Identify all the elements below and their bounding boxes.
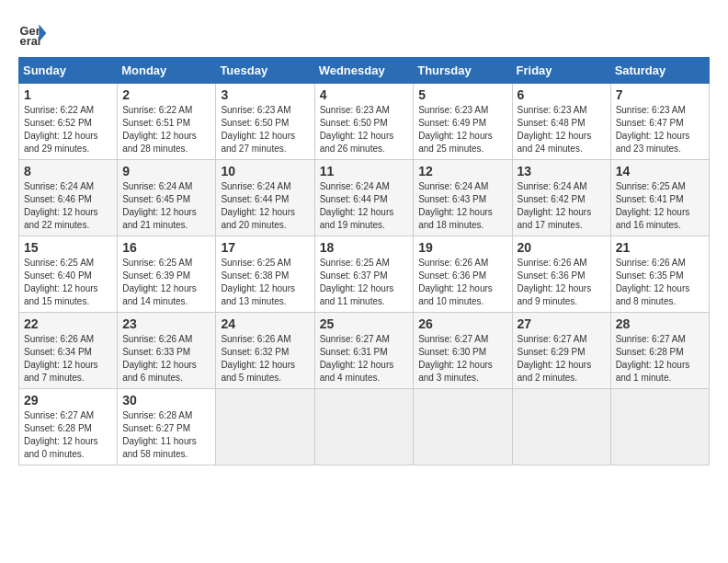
col-header-wednesday: Wednesday [314,58,414,84]
calendar-cell: 17 Sunrise: 6:25 AM Sunset: 6:38 PM Dayl… [216,236,314,313]
calendar-table: SundayMondayTuesdayWednesdayThursdayFrid… [18,57,710,465]
day-number: 26 [418,316,506,331]
day-info: Sunrise: 6:25 AM Sunset: 6:37 PM Dayligh… [320,257,409,308]
day-number: 3 [221,87,309,102]
day-number: 23 [122,316,210,331]
calendar-cell: 7 Sunrise: 6:23 AM Sunset: 6:47 PM Dayli… [610,84,709,160]
day-number: 13 [518,164,606,178]
day-info: Sunrise: 6:24 AM Sunset: 6:44 PM Dayligh… [320,180,409,232]
calendar-cell: 25 Sunrise: 6:27 AM Sunset: 6:31 PM Dayl… [314,313,414,389]
calendar-cell [414,389,512,465]
calendar-cell: 21 Sunrise: 6:26 AM Sunset: 6:35 PM Dayl… [610,236,709,313]
calendar-week-1: 1 Sunrise: 6:22 AM Sunset: 6:52 PM Dayli… [19,84,710,160]
col-header-monday: Monday [118,58,216,84]
calendar-cell: 27 Sunrise: 6:27 AM Sunset: 6:29 PM Dayl… [512,313,610,389]
calendar-cell [314,389,414,465]
calendar-cell: 11 Sunrise: 6:24 AM Sunset: 6:44 PM Dayl… [314,160,414,236]
calendar-cell [216,389,314,465]
day-number: 25 [320,316,409,331]
calendar-cell: 4 Sunrise: 6:23 AM Sunset: 6:50 PM Dayli… [314,84,414,160]
logo: Gen eral [18,18,51,48]
calendar-cell: 3 Sunrise: 6:23 AM Sunset: 6:50 PM Dayli… [216,84,314,160]
calendar-week-2: 8 Sunrise: 6:24 AM Sunset: 6:46 PM Dayli… [19,160,710,236]
day-info: Sunrise: 6:24 AM Sunset: 6:42 PM Dayligh… [518,180,606,232]
calendar-cell: 10 Sunrise: 6:24 AM Sunset: 6:44 PM Dayl… [216,160,314,236]
day-info: Sunrise: 6:25 AM Sunset: 6:40 PM Dayligh… [24,257,112,308]
day-number: 5 [418,87,506,102]
page-header: Gen eral [18,18,710,48]
day-info: Sunrise: 6:23 AM Sunset: 6:50 PM Dayligh… [221,104,309,155]
calendar-week-3: 15 Sunrise: 6:25 AM Sunset: 6:40 PM Dayl… [19,236,710,313]
day-info: Sunrise: 6:28 AM Sunset: 6:27 PM Dayligh… [122,409,210,461]
day-info: Sunrise: 6:24 AM Sunset: 6:46 PM Dayligh… [24,180,112,232]
col-header-friday: Friday [512,58,610,84]
day-info: Sunrise: 6:27 AM Sunset: 6:28 PM Dayligh… [24,409,112,461]
day-number: 12 [418,164,506,178]
day-number: 30 [122,393,210,408]
day-number: 8 [24,164,112,178]
day-number: 6 [518,87,606,102]
col-header-sunday: Sunday [19,58,118,84]
calendar-cell: 5 Sunrise: 6:23 AM Sunset: 6:49 PM Dayli… [414,84,512,160]
calendar-cell: 28 Sunrise: 6:27 AM Sunset: 6:28 PM Dayl… [610,313,709,389]
day-info: Sunrise: 6:23 AM Sunset: 6:47 PM Dayligh… [616,104,704,155]
calendar-cell: 1 Sunrise: 6:22 AM Sunset: 6:52 PM Dayli… [19,84,118,160]
day-number: 4 [320,87,409,102]
col-header-saturday: Saturday [610,58,709,84]
day-info: Sunrise: 6:23 AM Sunset: 6:50 PM Dayligh… [320,104,409,155]
day-info: Sunrise: 6:26 AM Sunset: 6:36 PM Dayligh… [418,257,506,308]
day-number: 29 [24,393,112,408]
calendar-cell [512,389,610,465]
day-number: 2 [122,87,210,102]
day-number: 10 [221,164,309,178]
day-info: Sunrise: 6:23 AM Sunset: 6:49 PM Dayligh… [418,104,506,155]
day-info: Sunrise: 6:27 AM Sunset: 6:28 PM Dayligh… [616,333,704,385]
calendar-week-4: 22 Sunrise: 6:26 AM Sunset: 6:34 PM Dayl… [19,313,710,389]
day-number: 21 [616,240,704,255]
day-info: Sunrise: 6:24 AM Sunset: 6:43 PM Dayligh… [418,180,506,232]
calendar-cell: 15 Sunrise: 6:25 AM Sunset: 6:40 PM Dayl… [19,236,118,313]
day-number: 19 [418,240,506,255]
day-number: 16 [122,240,210,255]
day-number: 24 [221,316,309,331]
calendar-cell: 9 Sunrise: 6:24 AM Sunset: 6:45 PM Dayli… [118,160,216,236]
day-number: 14 [616,164,704,178]
calendar-cell: 6 Sunrise: 6:23 AM Sunset: 6:48 PM Dayli… [512,84,610,160]
calendar-cell: 14 Sunrise: 6:25 AM Sunset: 6:41 PM Dayl… [610,160,709,236]
svg-text:eral: eral [20,34,41,48]
day-number: 28 [616,316,704,331]
logo-icon: Gen eral [18,18,48,48]
calendar-cell: 22 Sunrise: 6:26 AM Sunset: 6:34 PM Dayl… [19,313,118,389]
day-number: 11 [320,164,409,178]
day-info: Sunrise: 6:26 AM Sunset: 6:32 PM Dayligh… [221,333,309,385]
calendar-cell: 16 Sunrise: 6:25 AM Sunset: 6:39 PM Dayl… [118,236,216,313]
calendar-cell: 30 Sunrise: 6:28 AM Sunset: 6:27 PM Dayl… [118,389,216,465]
calendar-cell: 2 Sunrise: 6:22 AM Sunset: 6:51 PM Dayli… [118,84,216,160]
col-header-thursday: Thursday [414,58,512,84]
calendar-cell: 12 Sunrise: 6:24 AM Sunset: 6:43 PM Dayl… [414,160,512,236]
day-number: 20 [518,240,606,255]
day-info: Sunrise: 6:24 AM Sunset: 6:44 PM Dayligh… [221,180,309,232]
calendar-cell: 8 Sunrise: 6:24 AM Sunset: 6:46 PM Dayli… [19,160,118,236]
day-info: Sunrise: 6:25 AM Sunset: 6:41 PM Dayligh… [616,180,704,232]
day-info: Sunrise: 6:26 AM Sunset: 6:35 PM Dayligh… [616,257,704,308]
day-number: 17 [221,240,309,255]
day-info: Sunrise: 6:27 AM Sunset: 6:31 PM Dayligh… [320,333,409,385]
day-info: Sunrise: 6:22 AM Sunset: 6:52 PM Dayligh… [24,104,112,155]
calendar-cell: 20 Sunrise: 6:26 AM Sunset: 6:36 PM Dayl… [512,236,610,313]
day-info: Sunrise: 6:26 AM Sunset: 6:33 PM Dayligh… [122,333,210,385]
day-info: Sunrise: 6:22 AM Sunset: 6:51 PM Dayligh… [122,104,210,155]
day-number: 7 [616,87,704,102]
calendar-cell: 19 Sunrise: 6:26 AM Sunset: 6:36 PM Dayl… [414,236,512,313]
calendar-cell: 29 Sunrise: 6:27 AM Sunset: 6:28 PM Dayl… [19,389,118,465]
day-number: 18 [320,240,409,255]
day-number: 1 [24,87,112,102]
calendar-cell: 18 Sunrise: 6:25 AM Sunset: 6:37 PM Dayl… [314,236,414,313]
day-info: Sunrise: 6:24 AM Sunset: 6:45 PM Dayligh… [122,180,210,232]
day-info: Sunrise: 6:26 AM Sunset: 6:36 PM Dayligh… [518,257,606,308]
day-number: 9 [122,164,210,178]
day-info: Sunrise: 6:27 AM Sunset: 6:30 PM Dayligh… [418,333,506,385]
day-number: 27 [518,316,606,331]
day-number: 22 [24,316,112,331]
day-info: Sunrise: 6:25 AM Sunset: 6:38 PM Dayligh… [221,257,309,308]
